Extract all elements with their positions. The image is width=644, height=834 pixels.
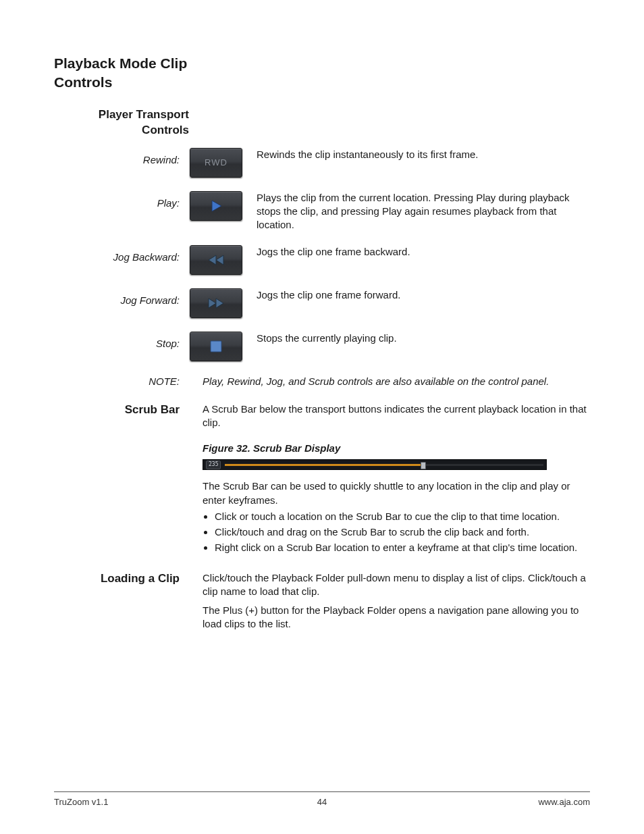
- svg-marker-3: [209, 298, 216, 308]
- scrub-playhead-icon: [421, 462, 426, 469]
- loading-heading-row: Loading a Clip Click/touch the Playback …: [54, 571, 590, 599]
- scrub-track: [225, 464, 543, 466]
- scrub-content: Figure 32. Scrub Bar Display 235 The Scr…: [203, 442, 590, 555]
- footer-page-number: 44: [317, 796, 327, 808]
- scrub-fill: [225, 464, 422, 466]
- scrub-intro: A Scrub Bar below the transport buttons …: [189, 402, 590, 430]
- control-row-play: Play: Plays the clip from the current lo…: [54, 191, 590, 232]
- svg-rect-5: [211, 341, 221, 352]
- scrub-bullet-list: Click or touch a location on the Scrub B…: [203, 510, 590, 555]
- control-label: Play:: [54, 191, 189, 210]
- control-row-jog-forward: Jog Forward: Jogs the clip one frame for…: [54, 288, 590, 318]
- note-label: NOTE:: [54, 375, 189, 388]
- page-heading: Playback Mode Clip Controls: [54, 54, 209, 93]
- control-desc: Plays the clip from the current location…: [243, 191, 590, 232]
- svg-marker-2: [216, 255, 223, 265]
- control-row-rewind: Rewind: RWD Rewinds the clip instantaneo…: [54, 148, 590, 178]
- scrub-bar-heading: Scrub Bar: [54, 402, 189, 418]
- jog-backward-button-graphic: [190, 245, 242, 275]
- jog-forward-button-graphic: [190, 288, 242, 318]
- svg-marker-1: [209, 255, 216, 265]
- footer-right: www.aja.com: [538, 796, 590, 808]
- control-row-jog-backward: Jog Backward: Jogs the clip one frame ba…: [54, 245, 590, 275]
- control-desc: Stops the currently playing clip.: [243, 332, 590, 345]
- note-text: Play, Rewind, Jog, and Scrub controls ar…: [189, 375, 590, 388]
- control-label: Stop:: [54, 332, 189, 350]
- control-desc: Jogs the clip one frame forward.: [243, 288, 590, 302]
- loading-clip-heading: Loading a Clip: [54, 571, 189, 587]
- footer-left: TruZoom v1.1: [54, 796, 108, 808]
- loading-p1: Click/touch the Playback Folder pull-dow…: [189, 571, 590, 599]
- scrub-heading-row: Scrub Bar A Scrub Bar below the transpor…: [54, 402, 590, 430]
- jog-backward-icon: [207, 253, 225, 267]
- figure-caption: Figure 32. Scrub Bar Display: [203, 442, 590, 455]
- rewind-button-graphic: RWD: [190, 148, 242, 178]
- play-icon: [208, 198, 224, 214]
- control-row-stop: Stop: Stops the currently playing clip.: [54, 332, 590, 361]
- stop-icon: [209, 339, 223, 354]
- svg-marker-0: [212, 201, 221, 211]
- scrub-bar-figure: 235: [203, 459, 547, 470]
- control-label: Rewind:: [54, 148, 189, 167]
- control-desc: Rewinds the clip instantaneously to its …: [243, 148, 590, 161]
- scrub-after-figure: The Scrub Bar can be used to quickly shu…: [203, 479, 590, 507]
- jog-forward-icon: [207, 296, 225, 310]
- scrub-frame-counter: 235: [206, 461, 221, 469]
- stop-button-graphic: [190, 332, 242, 361]
- rwd-text-icon: RWD: [205, 157, 227, 169]
- note-row: NOTE: Play, Rewind, Jog, and Scrub contr…: [54, 375, 590, 388]
- list-item: Click/touch and drag on the Scrub Bar to…: [215, 525, 590, 539]
- subsection-heading: Player Transport Controls: [54, 107, 189, 138]
- control-label: Jog Backward:: [54, 245, 189, 264]
- play-button-graphic: [190, 191, 242, 221]
- svg-marker-4: [216, 298, 223, 308]
- document-page: Playback Mode Clip Controls Player Trans…: [0, 0, 644, 834]
- loading-p2: The Plus (+) button for the Playback Fol…: [203, 604, 590, 631]
- control-label: Jog Forward:: [54, 288, 189, 307]
- list-item: Click or touch a location on the Scrub B…: [215, 510, 590, 523]
- control-desc: Jogs the clip one frame backward.: [243, 245, 590, 259]
- list-item: Right click on a Scrub Bar location to e…: [215, 541, 590, 554]
- page-footer: TruZoom v1.1 44 www.aja.com: [54, 791, 590, 808]
